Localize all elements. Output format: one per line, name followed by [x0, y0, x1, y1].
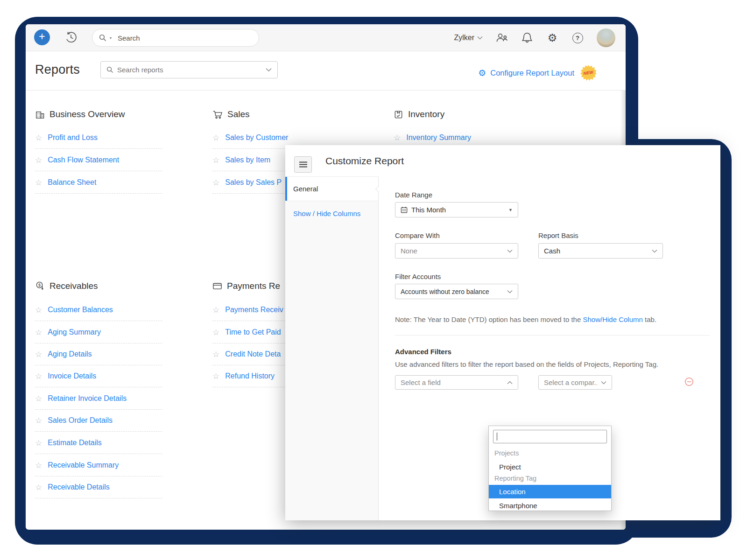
- dropdown-option-smartphone[interactable]: Smartphone: [489, 499, 611, 512]
- report-link[interactable]: Estimate Details: [48, 439, 102, 447]
- tab-general[interactable]: General: [285, 177, 378, 201]
- report-row: ☆ Aging Summary: [35, 322, 162, 343]
- top-navbar: + ▾ Search Zylker: [26, 24, 626, 51]
- section-title: Payments Re: [227, 281, 280, 291]
- report-link[interactable]: Balance Sheet: [48, 178, 96, 187]
- favorite-star-icon[interactable]: ☆: [212, 179, 219, 187]
- global-search-input[interactable]: ▾ Search: [92, 29, 259, 47]
- org-switcher[interactable]: Zylker: [454, 34, 483, 42]
- favorite-star-icon[interactable]: ☆: [394, 134, 401, 142]
- note-text: tab.: [643, 315, 656, 323]
- report-link[interactable]: Time to Get Paid: [225, 328, 281, 336]
- favorite-star-icon[interactable]: ☆: [35, 329, 42, 336]
- recent-history-icon[interactable]: [64, 30, 78, 44]
- search-reports-placeholder: Search reports: [117, 66, 262, 74]
- search-reports-select[interactable]: Search reports: [100, 61, 278, 78]
- favorite-star-icon[interactable]: ☆: [212, 372, 219, 380]
- favorite-star-icon[interactable]: ☆: [35, 439, 42, 447]
- section-sales: Sales: [212, 109, 250, 119]
- report-row: ☆ Customer Balances: [35, 299, 162, 321]
- filter-accounts-select[interactable]: Accounts without zero balance: [395, 284, 518, 299]
- report-link[interactable]: Retainer Invoice Details: [48, 394, 127, 403]
- favorite-star-icon[interactable]: ☆: [35, 372, 42, 380]
- show-hide-column-link[interactable]: Show/Hide Column: [583, 315, 642, 323]
- dropdown-group-projects: Projects: [494, 449, 519, 457]
- chevron-down-icon: [507, 249, 513, 253]
- report-link[interactable]: Invoice Details: [48, 372, 96, 380]
- favorite-star-icon[interactable]: ☆: [35, 134, 42, 142]
- favorite-star-icon[interactable]: ☆: [35, 395, 42, 403]
- report-row: ☆ Aging Details: [35, 343, 162, 365]
- tab-show-hide-columns[interactable]: Show / Hide Columns: [285, 201, 378, 225]
- compare-with-value: None: [401, 247, 503, 255]
- filter-accounts-value: Accounts without zero balance: [401, 288, 503, 295]
- remove-filter-row-icon[interactable]: [684, 377, 694, 386]
- notifications-bell-icon[interactable]: [521, 32, 533, 44]
- report-basis-select[interactable]: Cash: [538, 243, 663, 259]
- search-icon: [106, 66, 113, 73]
- report-link[interactable]: Payments Receiv: [225, 306, 283, 314]
- field-select[interactable]: Select a field: [395, 375, 518, 390]
- quick-create-button[interactable]: +: [34, 29, 50, 45]
- referral-users-icon[interactable]: [496, 32, 508, 44]
- report-link[interactable]: Sales by Customer: [225, 133, 288, 142]
- favorite-star-icon[interactable]: ☆: [35, 417, 42, 425]
- help-icon[interactable]: ?: [571, 32, 584, 44]
- dropdown-option-project[interactable]: Project: [489, 460, 611, 473]
- favorite-star-icon[interactable]: ☆: [35, 179, 42, 187]
- report-link[interactable]: Credit Note Deta: [225, 350, 281, 358]
- favorite-star-icon[interactable]: ☆: [212, 306, 219, 314]
- favorite-star-icon[interactable]: ☆: [35, 306, 42, 314]
- report-basis-label: Report Basis: [538, 231, 578, 239]
- favorite-star-icon[interactable]: ☆: [212, 156, 219, 164]
- favorite-star-icon[interactable]: ☆: [212, 134, 219, 142]
- settings-gear-icon[interactable]: ⚙: [546, 32, 558, 44]
- filter-accounts-label: Filter Accounts: [395, 273, 441, 280]
- report-link[interactable]: Cash Flow Statement: [48, 156, 119, 164]
- tab-label: General: [293, 185, 318, 193]
- comparator-select[interactable]: Select a compar...: [538, 375, 612, 390]
- report-link[interactable]: Inventory Summary: [406, 133, 471, 142]
- field-dropdown-panel: Projects Project Reporting Tag Location …: [488, 426, 612, 511]
- report-link[interactable]: Receivable Details: [48, 483, 110, 491]
- compare-with-select[interactable]: None: [395, 243, 518, 259]
- dropdown-search-input[interactable]: [493, 430, 607, 443]
- report-link[interactable]: Sales by Item: [225, 156, 270, 164]
- report-link[interactable]: Customer Balances: [48, 306, 113, 314]
- favorite-star-icon[interactable]: ☆: [35, 350, 42, 358]
- favorite-star-icon[interactable]: ☆: [35, 156, 42, 164]
- date-range-select[interactable]: This Month ▼: [395, 202, 518, 217]
- user-avatar[interactable]: [597, 28, 615, 47]
- report-link[interactable]: Profit and Loss: [48, 133, 98, 142]
- gear-icon: ⚙: [478, 69, 486, 77]
- ytd-note: Note: The Year to Date (YTD) option has …: [395, 315, 703, 323]
- org-name: Zylker: [454, 34, 474, 42]
- report-link[interactable]: Sales Order Details: [48, 416, 113, 425]
- report-link[interactable]: Aging Summary: [48, 328, 101, 336]
- field-select-placeholder: Select a field: [401, 378, 503, 386]
- report-link[interactable]: Receivable Summary: [48, 461, 119, 469]
- configure-report-layout-link[interactable]: ⚙ Configure Report Layout: [478, 69, 574, 77]
- search-scope-caret-icon[interactable]: ▾: [110, 36, 112, 40]
- menu-hamburger-button[interactable]: [294, 156, 312, 173]
- chevron-down-icon: [477, 36, 483, 40]
- report-link[interactable]: Refund History: [225, 372, 275, 380]
- favorite-star-icon[interactable]: ☆: [212, 329, 219, 336]
- report-basis-value: Cash: [544, 247, 648, 255]
- configure-report-layout-label: Configure Report Layout: [490, 69, 574, 77]
- report-link[interactable]: Aging Details: [48, 350, 92, 358]
- report-row: ☆ Estimate Details: [35, 432, 162, 454]
- favorite-star-icon[interactable]: ☆: [35, 462, 42, 469]
- dropdown-option-location[interactable]: Location: [489, 485, 611, 498]
- section-divider: [395, 335, 710, 336]
- report-link[interactable]: Sales by Sales P: [225, 178, 282, 187]
- header-divider: [26, 90, 626, 91]
- inventory-box-icon: [394, 110, 403, 119]
- dropdown-group-reporting-tag: Reporting Tag: [494, 475, 536, 482]
- chevron-down-icon: [601, 381, 606, 385]
- favorite-star-icon[interactable]: ☆: [35, 483, 42, 491]
- new-badge: NEW: [580, 65, 596, 81]
- date-range-value: This Month: [411, 206, 505, 214]
- favorite-star-icon[interactable]: ☆: [212, 350, 219, 358]
- page-title: Reports: [35, 63, 80, 77]
